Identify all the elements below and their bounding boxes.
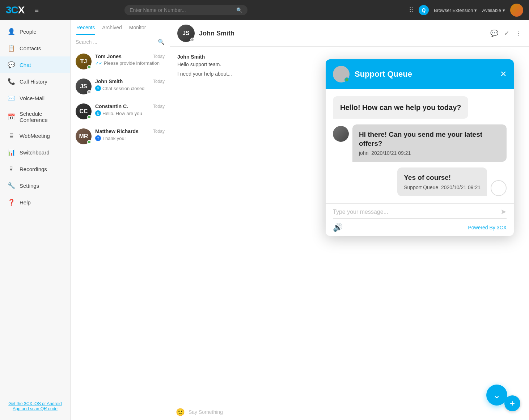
chat-type-icon: U: [95, 110, 101, 116]
support-queue-popup: Support Queue ✕ Hello! How can we help y…: [326, 59, 514, 236]
sq-user-meta: john 2020/10/21 09:21: [359, 150, 500, 156]
support-queue-avatar: [333, 66, 350, 82]
sidebar: 👤 People 📋 Contacts 💬 Chat 📞 Call Histor…: [0, 20, 71, 420]
sidebar-label-schedule: Schedule Conference: [20, 111, 63, 123]
hamburger-icon[interactable]: ≡: [34, 6, 39, 14]
chat-meta-top: John Smith Today: [95, 79, 165, 84]
recordings-icon: 🎙: [7, 165, 15, 173]
list-item[interactable]: JS John Smith Today × Chat session close…: [71, 74, 170, 99]
sq-online-dot: [344, 77, 349, 82]
online-status-dot: [87, 115, 91, 119]
chat-preview: f Thank you!: [95, 135, 165, 141]
sq-agent-message-wrap: Yes of course! Support Queue 2020/10/21 …: [333, 167, 507, 196]
chat-search-input[interactable]: [76, 39, 158, 45]
sq-agent-message: Yes of course! Support Queue 2020/10/21 …: [397, 167, 487, 196]
sidebar-footer-qr[interactable]: Get the 3CX iOS or Android App and scan …: [0, 395, 70, 417]
chat-input[interactable]: [189, 409, 523, 415]
chat-meta-top: Constantin C. Today: [95, 103, 165, 109]
search-icon: 🔍: [236, 7, 242, 13]
facebook-icon: f: [95, 135, 101, 141]
sq-user-message: Hi there! Can you send me your latest of…: [352, 124, 507, 162]
chat-preview: ✓✓ Please provide information: [95, 60, 165, 66]
q-icon: Q: [419, 5, 429, 15]
search-input[interactable]: [130, 7, 236, 13]
sidebar-item-switchboard[interactable]: 📊 Switchboard: [0, 144, 70, 161]
sidebar-item-recordings[interactable]: 🎙 Recordings: [0, 161, 70, 177]
list-item[interactable]: TJ Tom Jones Today ✓✓ Please provide inf…: [71, 49, 170, 74]
grid-icon[interactable]: ⠿: [409, 6, 414, 14]
avatar[interactable]: [510, 4, 523, 17]
chat-bubble-icon[interactable]: 💬: [490, 29, 498, 37]
online-status-dot: [87, 65, 91, 69]
chat-time: Today: [153, 79, 165, 84]
sound-icon[interactable]: 🔊: [333, 223, 343, 232]
chat-conversations: TJ Tom Jones Today ✓✓ Please provide inf…: [71, 49, 170, 420]
chat-header-title: John Smith: [199, 30, 486, 37]
sq-footer: 🔊 Powered By 3CX: [333, 223, 507, 232]
emoji-icon[interactable]: 🙂: [176, 408, 185, 416]
chat-meta-tj: Tom Jones Today ✓✓ Please provide inform…: [95, 54, 165, 66]
sq-message-input[interactable]: [333, 209, 507, 219]
sidebar-item-contacts[interactable]: 📋 Contacts: [0, 40, 70, 56]
support-queue-title: Support Queue: [355, 69, 495, 79]
sidebar-item-call-history[interactable]: 📞 Call History: [0, 73, 70, 90]
check-icon: ✓✓: [95, 61, 102, 66]
chat-main: JS John Smith 💬 ✓ ⋮ John Smith Hello sup…: [170, 20, 529, 420]
contacts-icon: 📋: [7, 44, 15, 52]
tab-recents[interactable]: Recents: [76, 25, 95, 35]
list-item[interactable]: MR Matthew Richards Today f Thank you!: [71, 124, 170, 149]
tab-monitor[interactable]: Monitor: [129, 25, 146, 35]
switchboard-icon: 📊: [7, 148, 15, 156]
chat-header-avatar: JS: [177, 25, 195, 42]
available-btn[interactable]: Available ▾: [482, 8, 505, 13]
chat-meta-top: Matthew Richards Today: [95, 128, 165, 134]
sidebar-item-settings[interactable]: 🔧 Settings: [0, 177, 70, 194]
check-icon[interactable]: ✓: [504, 29, 509, 37]
sq-input-area: ➤ 🔊 Powered By 3CX: [326, 203, 514, 236]
sidebar-label-webmeeting: WebMeeting: [20, 133, 50, 139]
send-icon[interactable]: ➤: [500, 207, 507, 216]
avatar-wrap-mr: MR: [76, 128, 92, 144]
app-logo: 3CX: [6, 4, 24, 16]
sidebar-label-contacts: Contacts: [20, 45, 41, 51]
sidebar-label-help: Help: [20, 199, 31, 205]
chat-list-panel: Recents Archived Monitor 🔍 TJ Tom Jones …: [71, 20, 170, 420]
sidebar-label-call-history: Call History: [20, 79, 47, 85]
sidebar-item-schedule-conference[interactable]: 📅 Schedule Conference: [0, 106, 70, 127]
webmeeting-icon: 🖥: [7, 132, 15, 140]
list-item[interactable]: CC Constantin C. Today U Hello. How are …: [71, 99, 170, 124]
call-history-icon: 📞: [7, 77, 15, 85]
sq-agent-meta: Support Queue 2020/10/21 09:21: [404, 184, 481, 190]
msg-sender: John Smith: [177, 54, 522, 60]
sidebar-label-recordings: Recordings: [20, 166, 47, 172]
close-button[interactable]: ✕: [500, 70, 507, 78]
sidebar-label-settings: Settings: [20, 183, 39, 189]
sidebar-label-switchboard: Switchboard: [20, 149, 50, 156]
tab-archived[interactable]: Archived: [102, 25, 122, 35]
sidebar-item-people[interactable]: 👤 People: [0, 23, 70, 40]
chat-meta-top: Tom Jones Today: [95, 54, 165, 59]
browser-extension-btn[interactable]: Browser Extension ▾: [434, 8, 477, 13]
chat-meta-mr: Matthew Richards Today f Thank you!: [95, 128, 165, 141]
scroll-down-button[interactable]: ⌄: [486, 385, 507, 406]
sidebar-item-webmeeting[interactable]: 🖥 WebMeeting: [0, 127, 70, 144]
sidebar-item-voicemail[interactable]: ✉️ Voice-Mail: [0, 90, 70, 106]
chat-meta-js: John Smith Today × Chat session closed: [95, 79, 165, 91]
sidebar-label-people: People: [20, 29, 37, 35]
chat-type-icon: ×: [95, 85, 101, 91]
sq-user-avatar: [333, 126, 349, 142]
sq-user-text: Hi there! Can you send me your latest of…: [359, 130, 500, 148]
avatar-wrap-cc: CC: [76, 103, 92, 119]
top-nav: 3CX ≡ 🔍 ⠿ Q Browser Extension ▾ Availabl…: [0, 0, 529, 20]
powered-by-label: Powered By 3CX: [468, 225, 507, 230]
sq-bot-message: Hello! How can we help you today?: [333, 96, 468, 119]
browser-ext-label: Browser Extension: [434, 8, 473, 13]
header-status-dot: [190, 38, 194, 42]
sidebar-item-chat[interactable]: 💬 Chat: [0, 56, 70, 73]
search-bar: 🔍: [124, 5, 247, 15]
sidebar-item-help[interactable]: ❓ Help: [0, 194, 70, 211]
sidebar-label-chat: Chat: [20, 62, 31, 68]
more-options-icon[interactable]: ⋮: [515, 29, 522, 37]
chat-time: Today: [153, 104, 165, 109]
sq-user-message-wrap: Hi there! Can you send me your latest of…: [333, 124, 507, 162]
